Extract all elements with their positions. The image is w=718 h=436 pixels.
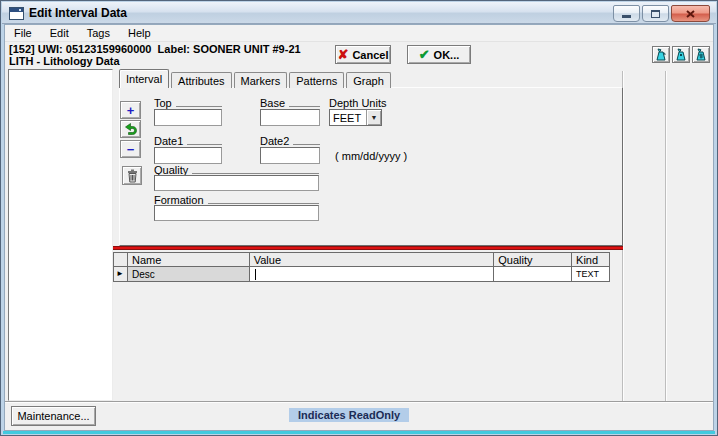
tab-patterns[interactable]: Patterns — [289, 72, 344, 88]
ok-check-icon: ✔ — [419, 47, 430, 62]
tab-attributes[interactable]: Attributes — [171, 72, 231, 88]
title-bar[interactable]: Edit Interval Data — [2, 2, 716, 24]
tab-interval[interactable]: Interval — [119, 69, 169, 88]
red-divider — [113, 246, 623, 250]
top-input[interactable] — [154, 109, 222, 126]
close-icon — [686, 10, 695, 18]
minimize-button[interactable] — [613, 5, 640, 22]
cancel-x-icon: ✘ — [338, 47, 349, 62]
oilcan-tool-button-1[interactable] — [652, 46, 670, 63]
close-button[interactable] — [671, 5, 710, 22]
attr-name-cell: Desc — [128, 267, 250, 282]
attr-value-cell[interactable] — [250, 267, 495, 282]
formation-input[interactable] — [154, 205, 319, 221]
chevron-down-icon[interactable]: ▼ — [366, 110, 381, 125]
plus-icon: + — [127, 103, 135, 118]
maximize-icon — [651, 10, 660, 18]
cancel-button-label: Cancel — [352, 49, 388, 61]
revert-button[interactable] — [120, 120, 141, 138]
base-input[interactable] — [260, 109, 320, 126]
menu-bar: File Edit Tags Help — [5, 25, 713, 42]
top-field-label: Top — [154, 97, 222, 109]
grid-header-quality[interactable]: Quality — [494, 252, 572, 267]
oilcan-tool-button-2[interactable] — [672, 46, 690, 63]
oilcan-icon-2 — [675, 48, 687, 61]
oilcan-icon-3 — [695, 48, 707, 61]
ok-button[interactable]: ✔ OK... — [407, 45, 471, 64]
quality-input[interactable] — [154, 175, 319, 191]
edit-interval-data-window: Edit Interval Data File Edit Tags Help [… — [0, 0, 718, 436]
panel-divider-2 — [665, 71, 667, 401]
grid-header-kind[interactable]: Kind — [572, 252, 610, 267]
row-pointer-icon: ► — [116, 270, 124, 278]
app-icon — [9, 6, 24, 19]
menu-help[interactable]: Help — [119, 26, 160, 40]
menu-file[interactable]: File — [5, 26, 41, 40]
depth-units-label: Depth Units — [329, 97, 386, 109]
menu-tags[interactable]: Tags — [78, 26, 119, 40]
ok-button-label: OK... — [434, 49, 460, 61]
add-interval-button[interactable]: + — [120, 101, 141, 119]
tab-markers[interactable]: Markers — [234, 72, 288, 88]
interval-listbox[interactable] — [8, 69, 113, 401]
attr-quality-cell[interactable] — [494, 267, 572, 282]
grid-header-row: Name Value Quality Kind — [114, 252, 610, 267]
attribute-grid: Name Value Quality Kind ► Desc TEXT — [113, 252, 610, 282]
attr-kind-cell: TEXT — [572, 267, 610, 282]
base-field-label: Base — [260, 97, 320, 109]
oilcan-icon-1 — [655, 48, 667, 61]
undo-arrow-icon — [124, 123, 137, 135]
record-uwi-label: [152] UWI: 05123159960000 Label: SOONER … — [9, 43, 301, 55]
date1-input[interactable] — [154, 147, 222, 164]
date2-field-label: Date2 — [260, 135, 320, 147]
date2-input[interactable] — [260, 147, 320, 164]
window-controls — [613, 5, 710, 22]
trash-button[interactable] — [122, 166, 142, 185]
depth-units-value: FEET — [330, 112, 366, 124]
row-pointer-cell: ► — [114, 267, 128, 282]
window-bottom-edge — [3, 431, 715, 434]
depth-units-select[interactable]: FEET ▼ — [329, 109, 382, 126]
curve-label: LITH - Lithology Data — [9, 55, 120, 67]
maximize-button[interactable] — [642, 5, 669, 22]
date-format-hint: ( mm/dd/yyyy ) — [335, 150, 407, 162]
minus-icon: − — [127, 142, 135, 157]
trash-icon — [126, 169, 139, 183]
maintenance-button[interactable]: Maintenance... — [11, 406, 96, 426]
maintenance-button-label: Maintenance... — [17, 410, 89, 422]
text-caret — [255, 269, 256, 280]
readonly-legend: Indicates ReadOnly — [289, 408, 409, 422]
oilcan-tool-button-3[interactable] — [692, 46, 710, 63]
minimize-icon — [622, 15, 631, 18]
date1-field-label: Date1 — [154, 135, 222, 147]
tab-strip: Interval Attributes Markers Patterns Gra… — [119, 69, 393, 88]
grid-header-name[interactable]: Name — [128, 252, 250, 267]
grid-header-indicator — [114, 252, 128, 267]
tab-graph[interactable]: Graph — [346, 72, 391, 88]
cancel-button[interactable]: ✘ Cancel — [335, 45, 391, 64]
delete-interval-button[interactable]: − — [120, 140, 141, 158]
menu-edit[interactable]: Edit — [41, 26, 78, 40]
grid-header-value[interactable]: Value — [250, 252, 495, 267]
table-row: ► Desc TEXT — [114, 267, 610, 282]
window-title: Edit Interval Data — [29, 6, 127, 20]
footer-separator — [5, 401, 713, 403]
